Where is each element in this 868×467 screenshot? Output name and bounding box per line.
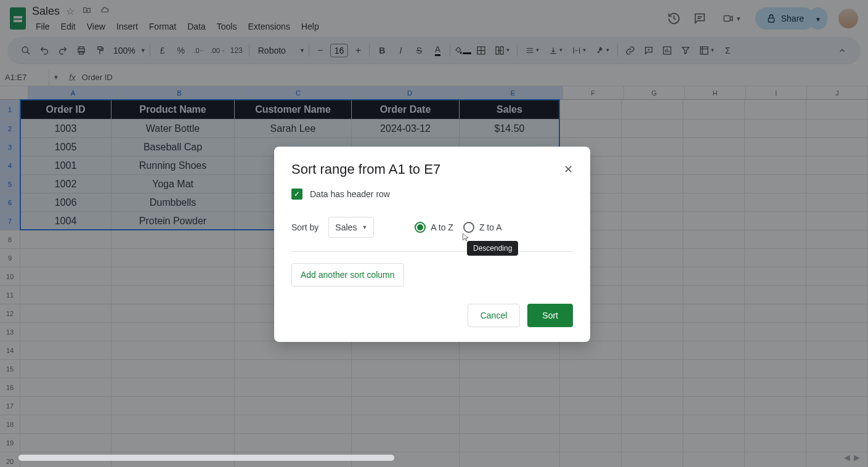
chevron-down-icon: ▼ [362, 224, 367, 230]
sortby-label: Sort by [291, 222, 318, 232]
add-sort-column-button[interactable]: Add another sort column [291, 263, 404, 286]
header-row-label: Data has header row [310, 189, 390, 199]
sort-button[interactable]: Sort [527, 304, 573, 327]
radio-z-label: Z to A [479, 222, 502, 232]
tooltip-descending: Descending [467, 241, 518, 256]
close-icon[interactable]: ✕ [564, 163, 573, 176]
sortby-select[interactable]: Sales ▼ [328, 217, 374, 238]
scroll-left-icon[interactable]: ◄ [842, 452, 851, 461]
radio-a-label: A to Z [431, 222, 453, 232]
horizontal-scrollbar[interactable] [18, 455, 394, 461]
scroll-right-icon[interactable]: ► [852, 452, 861, 461]
cancel-button[interactable]: Cancel [468, 304, 521, 327]
dialog-title: Sort range from A1 to E7 [291, 161, 440, 177]
sort-range-dialog: Sort range from A1 to E7 ✕ ✓ Data has he… [274, 147, 590, 342]
radio-ascending[interactable] [415, 222, 426, 233]
header-row-checkbox[interactable]: ✓ [291, 189, 302, 200]
